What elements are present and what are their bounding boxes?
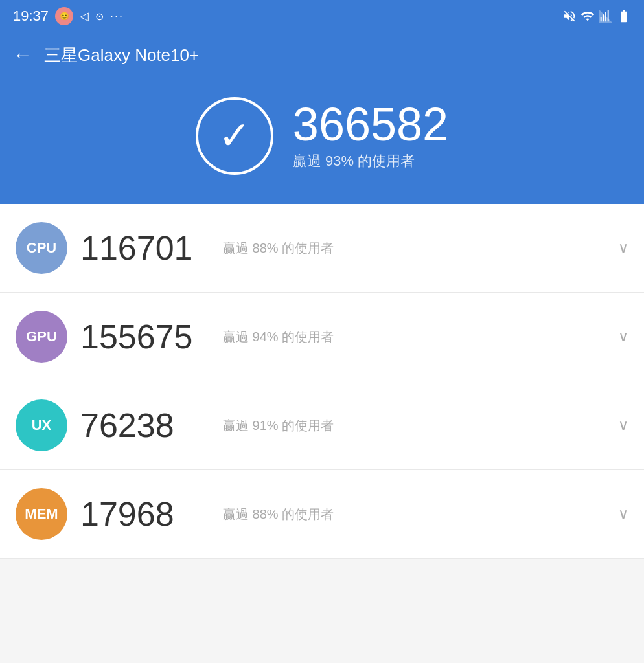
benchmark-row-mem[interactable]: MEM 17968 贏過 88% 的使用者 ∨ xyxy=(0,470,644,559)
status-bar: 19:37 😊 ◁ ⊙ ··· xyxy=(0,0,644,32)
check-circle: ✓ xyxy=(196,97,273,175)
status-right-icons xyxy=(562,9,631,23)
benchmark-list: CPU 116701 贏過 88% 的使用者 ∨ GPU 155675 贏過 9… xyxy=(0,204,644,559)
benchmark-row-cpu[interactable]: CPU 116701 贏過 88% 的使用者 ∨ xyxy=(0,204,644,293)
header-bar: ← 三星Galaxy Note10+ xyxy=(0,32,644,78)
score-subtitle: 贏過 93% 的使用者 xyxy=(293,152,415,171)
instagram-icon: ⊙ xyxy=(95,10,104,23)
page-title: 三星Galaxy Note10+ xyxy=(44,44,199,67)
gpu-score: 155675 xyxy=(80,317,210,356)
ux-score: 76238 xyxy=(80,406,210,445)
gpu-badge: GPU xyxy=(16,311,67,363)
score-info: 366582 贏過 93% 的使用者 xyxy=(293,101,448,171)
signal-bars-icon xyxy=(599,9,613,23)
signal-icon: ◁ xyxy=(80,9,89,23)
mem-percentile: 贏過 88% 的使用者 xyxy=(223,506,605,523)
battery-icon xyxy=(617,9,631,23)
ux-percentile: 贏過 91% 的使用者 xyxy=(223,417,605,434)
status-time-group: 19:37 😊 ◁ ⊙ ··· xyxy=(13,7,124,25)
score-section: ✓ 366582 贏過 93% 的使用者 xyxy=(0,78,644,204)
cpu-percentile: 贏過 88% 的使用者 xyxy=(223,240,605,257)
total-score: 366582 xyxy=(293,101,448,148)
ux-badge: UX xyxy=(16,399,67,451)
checkmark-icon: ✓ xyxy=(218,117,251,155)
back-button[interactable]: ← xyxy=(13,44,32,66)
mem-badge: MEM xyxy=(16,488,67,540)
avatar-icon: 😊 xyxy=(55,7,73,25)
chevron-down-icon[interactable]: ∨ xyxy=(618,328,628,345)
benchmark-row-ux[interactable]: UX 76238 贏過 91% 的使用者 ∨ xyxy=(0,381,644,470)
mem-score: 17968 xyxy=(80,495,210,534)
chevron-down-icon[interactable]: ∨ xyxy=(618,417,628,434)
wifi-icon xyxy=(581,9,595,23)
more-dots: ··· xyxy=(110,10,124,23)
benchmark-row-gpu[interactable]: GPU 155675 贏過 94% 的使用者 ∨ xyxy=(0,293,644,381)
status-time: 19:37 xyxy=(13,8,49,25)
chevron-down-icon[interactable]: ∨ xyxy=(618,240,628,256)
gpu-percentile: 贏過 94% 的使用者 xyxy=(223,328,605,346)
mute-icon xyxy=(562,9,577,23)
cpu-score: 116701 xyxy=(80,229,210,267)
cpu-badge: CPU xyxy=(16,222,67,274)
chevron-down-icon[interactable]: ∨ xyxy=(618,506,628,523)
